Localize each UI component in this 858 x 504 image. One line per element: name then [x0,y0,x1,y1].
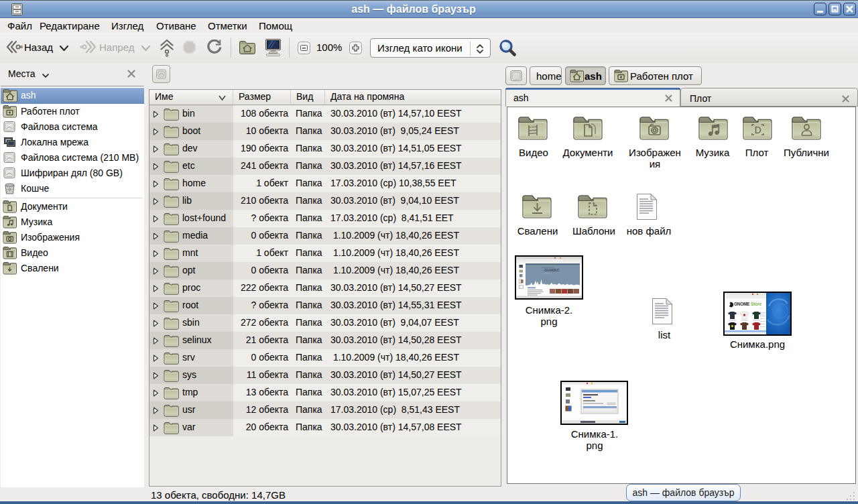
svg-text:GUADEC: GUADEC [544,268,560,272]
svg-text:GNOME: GNOME [734,302,750,306]
svg-text:Store: Store [751,302,762,306]
